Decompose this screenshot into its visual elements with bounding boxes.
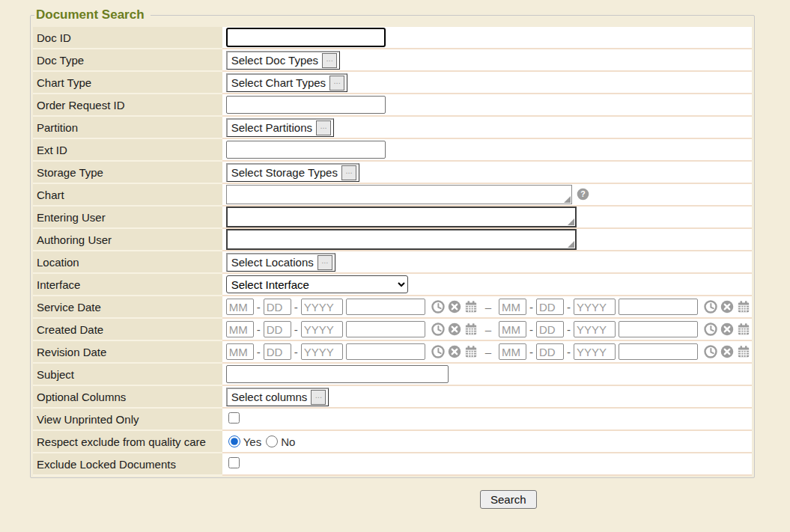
entering-user-value-cell <box>222 206 752 228</box>
date-part-separator: - <box>529 346 533 358</box>
subject-input[interactable] <box>226 365 449 383</box>
service-date-range: --–-- <box>226 299 750 315</box>
revision-date-from-year-input[interactable] <box>301 343 343 360</box>
service-date-value-cell: --–-- <box>222 296 752 318</box>
form-row-location: LocationSelect Locations... <box>33 251 752 273</box>
created-date-to-year-input[interactable] <box>574 321 616 337</box>
chart-type-picker-button[interactable]: ... <box>329 76 344 91</box>
clear-icon[interactable] <box>720 322 734 336</box>
revision-date-label: Revision Date <box>33 340 222 363</box>
revision-date-from-time-input[interactable] <box>346 343 425 360</box>
exclude-locked-documents-checkbox[interactable] <box>228 457 240 468</box>
calendar-icon[interactable] <box>464 345 478 358</box>
revision-date-to-time-input[interactable] <box>619 343 698 360</box>
storage-type-picker[interactable]: Select Storage Types... <box>226 163 359 182</box>
revision-date-value-cell: --–-- <box>222 340 752 363</box>
service-date-from-year-input[interactable] <box>301 299 343 315</box>
clear-icon[interactable] <box>720 300 734 314</box>
service-date-from-month-input[interactable] <box>226 299 254 315</box>
service-date-to-month-input[interactable] <box>499 299 526 315</box>
doc-type-picker[interactable]: Select Doc Types... <box>226 51 340 70</box>
ext-id-input[interactable] <box>226 141 386 159</box>
calendar-icon[interactable] <box>737 345 750 358</box>
created-date-from-time-input[interactable] <box>346 321 425 337</box>
interface-select[interactable]: Select Interface <box>226 275 408 293</box>
location-picker-button[interactable]: ... <box>317 255 332 270</box>
partition-picker-button[interactable]: ... <box>316 120 331 135</box>
order-request-id-label: Order Request ID <box>33 94 222 116</box>
optional-columns-picker-button[interactable]: ... <box>311 390 326 405</box>
document-search-panel: Document Search Doc IDDoc TypeSelect Doc… <box>30 7 755 478</box>
clear-icon[interactable] <box>448 300 461 314</box>
clock-icon[interactable] <box>431 322 445 336</box>
chart-type-picker[interactable]: Select Chart Types... <box>226 73 347 92</box>
created-date-value-cell: --–-- <box>222 318 752 340</box>
optional-columns-value-cell: Select columns... <box>222 385 752 408</box>
chart-value-cell: ? <box>222 183 752 206</box>
clock-icon[interactable] <box>704 300 717 314</box>
authoring-user-textarea[interactable] <box>226 229 577 250</box>
clock-icon[interactable] <box>431 300 445 314</box>
respect-exclude-from-quality-care-label: Respect exclude from quality care <box>33 430 222 453</box>
created-date-from-day-input[interactable] <box>264 321 291 337</box>
date-part-separator: - <box>257 323 261 336</box>
order-request-id-input[interactable] <box>226 96 386 114</box>
partition-picker[interactable]: Select Partitions... <box>226 118 334 137</box>
date-part-separator: - <box>529 323 533 336</box>
created-date-to-time-input[interactable] <box>619 321 698 337</box>
date-part-separator: - <box>257 301 261 314</box>
clock-icon[interactable] <box>704 345 717 358</box>
service-date-to-year-input[interactable] <box>574 299 616 315</box>
search-button[interactable]: Search <box>480 490 537 509</box>
clear-icon[interactable] <box>448 322 461 336</box>
revision-date-to-day-input[interactable] <box>536 343 564 360</box>
chart-textarea[interactable] <box>226 185 572 204</box>
view-unprinted-only-checkbox[interactable] <box>228 412 240 424</box>
clear-icon[interactable] <box>720 345 734 358</box>
date-range-separator: – <box>485 301 491 314</box>
svg-text:?: ? <box>580 189 585 198</box>
respect-exclude-from-quality-care-radio-label-yes: Yes <box>243 435 261 448</box>
date-part-separator: - <box>567 301 571 314</box>
storage-type-picker-button[interactable]: ... <box>341 165 356 180</box>
date-range-separator: – <box>485 323 491 336</box>
created-date-from-year-input[interactable] <box>301 321 343 337</box>
chart-field-group: ? <box>226 185 750 204</box>
created-date-to-month-input[interactable] <box>499 321 526 337</box>
doc-type-picker-button[interactable]: ... <box>322 53 337 68</box>
chart-type-picker-label: Select Chart Types <box>231 76 326 89</box>
calendar-icon[interactable] <box>464 300 478 314</box>
doc-type-value-cell: Select Doc Types... <box>222 49 752 71</box>
location-picker[interactable]: Select Locations... <box>226 253 335 272</box>
interface-value-cell: Select Interface <box>222 273 752 296</box>
authoring-user-value-cell <box>222 228 752 251</box>
respect-exclude-from-quality-care-radio-yes[interactable] <box>228 435 240 447</box>
revision-date-from-day-input[interactable] <box>264 343 291 360</box>
respect-exclude-from-quality-care-value-cell: YesNo <box>222 430 752 453</box>
revision-date-from-month-input[interactable] <box>226 343 254 360</box>
respect-exclude-from-quality-care-radio-no[interactable] <box>266 435 278 447</box>
calendar-icon[interactable] <box>737 300 750 314</box>
clear-icon[interactable] <box>448 345 461 358</box>
help-icon[interactable]: ? <box>577 188 590 201</box>
revision-date-to-month-input[interactable] <box>499 343 526 360</box>
service-date-from-day-input[interactable] <box>264 299 291 315</box>
calendar-icon[interactable] <box>464 322 478 336</box>
service-date-to-day-input[interactable] <box>536 299 564 315</box>
date-range-separator: – <box>485 346 491 358</box>
respect-exclude-from-quality-care-radio-group: YesNo <box>226 435 750 448</box>
clock-icon[interactable] <box>431 345 445 358</box>
created-date-range: --–-- <box>226 321 750 337</box>
optional-columns-picker[interactable]: Select columns... <box>226 388 329 406</box>
location-picker-label: Select Locations <box>231 256 314 269</box>
service-date-to-time-input[interactable] <box>619 299 698 315</box>
doc-id-input[interactable] <box>226 28 386 47</box>
service-date-from-time-input[interactable] <box>346 299 425 315</box>
entering-user-textarea[interactable] <box>226 207 577 227</box>
created-date-to-day-input[interactable] <box>536 321 564 337</box>
form-row-partition: PartitionSelect Partitions... <box>33 116 752 138</box>
revision-date-to-year-input[interactable] <box>574 343 616 360</box>
calendar-icon[interactable] <box>737 322 750 336</box>
clock-icon[interactable] <box>704 322 717 336</box>
created-date-from-month-input[interactable] <box>226 321 254 337</box>
